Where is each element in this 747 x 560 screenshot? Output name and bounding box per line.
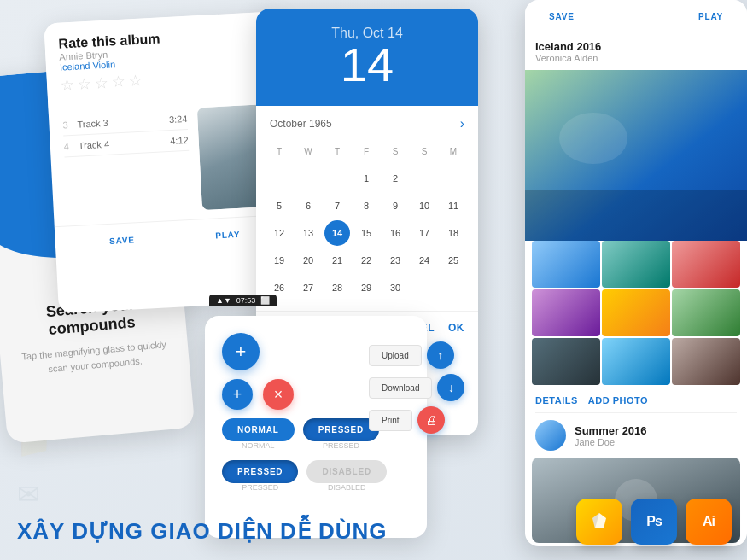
cal-day-19[interactable]: 19 — [266, 248, 292, 273]
photo-thumb-7[interactable] — [532, 338, 600, 385]
cal-day-9[interactable]: 9 — [382, 193, 408, 219]
cal-day-13[interactable]: 13 — [295, 220, 321, 246]
track-dur-3: 3:24 — [169, 114, 188, 125]
upload-button[interactable]: Upload — [369, 345, 422, 366]
photos-play-button[interactable]: PLAY — [685, 7, 737, 26]
calendar-ok-button[interactable]: OK — [448, 322, 464, 334]
cal-day-8[interactable]: 8 — [353, 193, 379, 219]
photo-actions: DETAILS ADD PHOTO — [525, 392, 747, 412]
star-5[interactable]: ☆ — [128, 72, 143, 91]
photo-thumb-8[interactable] — [602, 338, 670, 385]
download-button[interactable]: Download — [369, 377, 432, 399]
pressed-button[interactable]: PRESSED — [303, 418, 379, 441]
upload-icon-button[interactable]: ↑ — [427, 341, 454, 369]
cal-day-14[interactable]: 14 — [324, 220, 350, 246]
pressed-button-group: PRESSED PRESSED — [303, 418, 379, 450]
cal-day-27[interactable]: 27 — [295, 275, 321, 300]
fab-mini-button[interactable]: + — [222, 379, 253, 410]
cal-day-17[interactable]: 17 — [411, 220, 437, 246]
photo-thumb-2[interactable] — [602, 241, 670, 288]
illustrator-icon[interactable]: Ai — [686, 499, 732, 545]
album-save-button[interactable]: SAVE — [95, 230, 149, 252]
star-4[interactable]: ☆ — [111, 73, 125, 92]
star-2[interactable]: ☆ — [77, 74, 91, 94]
cal-day-22[interactable]: 22 — [353, 248, 379, 273]
cal-header-m: M — [441, 138, 466, 164]
calendar-date: 14 — [273, 41, 461, 89]
star-1[interactable]: ☆ — [61, 75, 75, 95]
cal-day-16[interactable]: 16 — [382, 220, 408, 246]
cal-day-12[interactable]: 12 — [266, 220, 292, 246]
cal-day-empty-2 — [295, 166, 321, 191]
cal-day-empty-4 — [411, 166, 437, 191]
fab-add-button[interactable]: + — [222, 333, 260, 370]
cal-day-30[interactable]: 30 — [382, 275, 408, 300]
photo-info-2-text: Summer 2016 Jane Doe — [575, 424, 647, 447]
photos-save-button[interactable]: SAVE — [535, 7, 588, 26]
fab-close-button[interactable]: × — [263, 379, 294, 410]
pressed-label-2: PRESSED — [222, 483, 298, 492]
calendar-month-label: October 1965 — [270, 118, 332, 130]
album-title-group: Rate this album Annie Btryn Iceland Viol… — [58, 31, 161, 72]
mail-icon: ✉ — [17, 478, 40, 510]
calendar-next-button[interactable]: › — [460, 116, 464, 131]
calendar-body: October 1965 › T W T F S S M 1 2 5 6 7 8… — [256, 106, 478, 311]
cal-day-1[interactable]: 1 — [353, 166, 379, 191]
cal-header-w: W — [295, 138, 321, 164]
star-3[interactable]: ☆ — [94, 73, 108, 93]
photo-thumb-1[interactable] — [532, 241, 600, 288]
track-num-3: 3 Track 3 — [62, 118, 108, 131]
cal-header-s1: S — [382, 138, 408, 164]
normal-button[interactable]: NORMAL — [222, 418, 295, 441]
photo-name-1: Iceland 2016 — [535, 40, 737, 53]
cal-header-t1: T — [266, 138, 292, 164]
photo-author-2: Jane Doe — [575, 437, 647, 447]
cal-day-23[interactable]: 23 — [382, 248, 408, 273]
album-play-button[interactable]: PLAY — [201, 224, 254, 246]
photos-top-bar: SAVE PLAY — [525, 0, 747, 33]
cal-day-5[interactable]: 5 — [266, 193, 292, 219]
add-photo-button[interactable]: ADD PHOTO — [588, 395, 648, 405]
cal-day-7[interactable]: 7 — [324, 193, 350, 219]
cal-day-empty-1 — [266, 166, 292, 191]
cal-day-20[interactable]: 20 — [295, 248, 321, 273]
photo-thumb-5[interactable] — [602, 289, 670, 336]
print-icon-button[interactable]: 🖨 — [417, 406, 445, 434]
svg-rect-1 — [525, 190, 747, 241]
photo-thumb-4[interactable] — [532, 289, 600, 336]
track-num-4: 4 Track 4 — [64, 139, 110, 152]
sketch-icon[interactable] — [576, 499, 622, 545]
photo-thumb-6[interactable] — [672, 289, 740, 336]
search-desc: Tap the magnifying glass to quickly scan… — [17, 337, 172, 379]
photo-thumb-3[interactable] — [672, 241, 740, 288]
cal-day-6[interactable]: 6 — [295, 193, 321, 219]
normal-label: NORMAL — [222, 441, 295, 450]
page-title: XÂY DỰNG GIAO DIỆN DỄ DÙNG — [17, 518, 387, 545]
photo-main — [525, 70, 747, 241]
cal-day-2[interactable]: 2 — [382, 166, 408, 191]
photoshop-icon[interactable]: Ps — [631, 499, 677, 545]
details-button[interactable]: DETAILS — [535, 395, 578, 405]
cal-day-15[interactable]: 15 — [353, 220, 379, 246]
cal-day-24[interactable]: 24 — [411, 248, 437, 273]
disabled-label: DISABLED — [306, 483, 387, 492]
print-button[interactable]: Print — [369, 410, 412, 431]
photo-grid — [525, 241, 747, 392]
cal-header-f: F — [353, 138, 379, 164]
download-icon-button[interactable]: ↓ — [437, 374, 464, 401]
cal-day-10[interactable]: 10 — [411, 193, 437, 219]
photo-thumb-9[interactable] — [672, 338, 740, 385]
cal-day-empty-6 — [411, 275, 437, 300]
cal-day-18[interactable]: 18 — [441, 220, 466, 246]
cal-day-21[interactable]: 21 — [324, 248, 350, 273]
pressed-button-2[interactable]: PRESSED — [222, 460, 298, 483]
cal-day-11[interactable]: 11 — [441, 193, 466, 219]
status-battery: ⬜ — [260, 296, 270, 305]
cal-day-28[interactable]: 28 — [324, 275, 350, 300]
cal-day-empty-5 — [441, 166, 466, 191]
photo-name-2: Summer 2016 — [575, 424, 647, 437]
cal-day-29[interactable]: 29 — [353, 275, 379, 300]
track-dur-4: 4:12 — [170, 135, 189, 146]
photo-author-1: Veronica Aiden — [535, 53, 737, 63]
cal-day-25[interactable]: 25 — [441, 248, 466, 273]
